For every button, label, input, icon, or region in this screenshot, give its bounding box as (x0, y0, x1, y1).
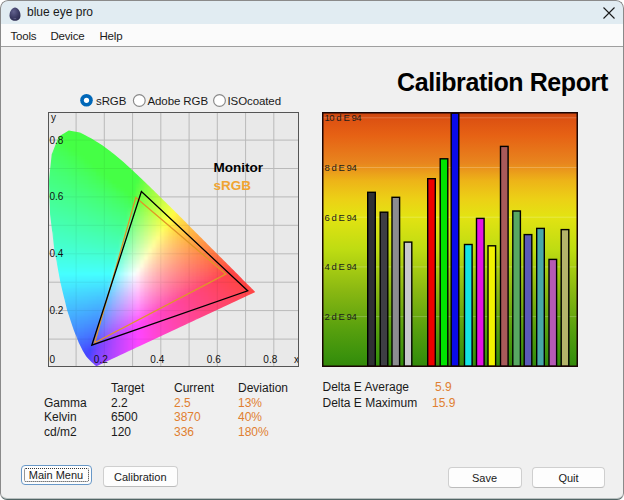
svg-text:y: y (51, 112, 56, 123)
svg-text:8 d E 94: 8 d E 94 (325, 162, 357, 173)
svg-text:10 d E 94: 10 d E 94 (325, 112, 362, 123)
svg-text:0.4: 0.4 (50, 248, 64, 259)
svg-text:sRGB: sRGB (214, 178, 252, 193)
svg-text:0.8: 0.8 (50, 135, 64, 146)
svg-text:0.6: 0.6 (50, 191, 64, 202)
svg-text:0: 0 (50, 354, 56, 365)
svg-text:2 d E 94: 2 d E 94 (325, 311, 357, 322)
svg-text:0.8: 0.8 (263, 354, 277, 365)
svg-text:0.4: 0.4 (150, 354, 164, 365)
svg-text:6 d E 94: 6 d E 94 (325, 212, 357, 223)
svg-text:4 d E 94: 4 d E 94 (325, 261, 357, 272)
svg-text:Monitor: Monitor (214, 160, 264, 175)
svg-text:0.2: 0.2 (50, 305, 64, 316)
svg-text:0.2: 0.2 (94, 354, 108, 365)
svg-text:0.6: 0.6 (207, 354, 221, 365)
